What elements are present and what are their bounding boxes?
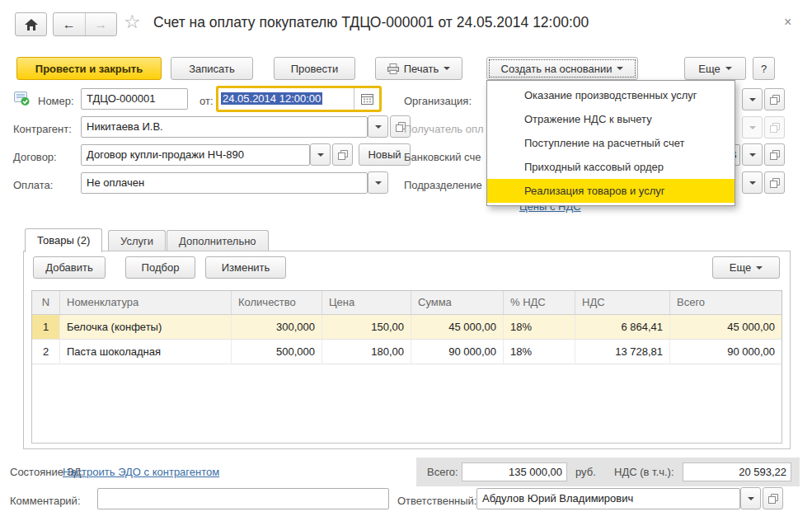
organization-dropdown-arrow-icon	[749, 98, 756, 101]
create-based-on-arrow-icon	[617, 67, 623, 70]
bank-account-dropdown-button[interactable]	[742, 143, 763, 166]
counterparty-field[interactable]: Никитаева И.В.	[81, 116, 368, 138]
department-dropdown-button[interactable]	[742, 171, 763, 194]
organization-dropdown-button[interactable]	[742, 88, 763, 110]
menu-item-bank-receipt[interactable]: Поступление на расчетный счет	[487, 131, 735, 155]
home-icon	[25, 19, 38, 31]
close-icon[interactable]: ×	[784, 15, 791, 30]
table-row-1-quantity[interactable]: 300,000	[232, 315, 322, 340]
payment-dropdown-button[interactable]	[368, 171, 388, 194]
print-button[interactable]: Печать	[375, 57, 462, 80]
page-title: Счет на оплату покупателю ТДЦО-000001 от…	[153, 14, 589, 31]
bank-account-open-icon	[770, 150, 780, 160]
comment-field[interactable]	[97, 488, 389, 509]
save-button[interactable]: Записать	[171, 57, 253, 80]
total-field[interactable]: 135 000,00	[462, 462, 567, 481]
create-based-on-button[interactable]: Создать на основании	[486, 57, 638, 80]
payment-field[interactable]: Не оплачен	[81, 172, 368, 194]
add-row-label: Добавить	[45, 261, 92, 274]
table-row-2-vat[interactable]: 13 728,81	[575, 340, 670, 364]
menu-item-production-services[interactable]: Оказание производственных услуг	[487, 83, 735, 107]
col-header-total[interactable]: Всего	[670, 291, 781, 315]
responsible-open-icon	[768, 494, 778, 504]
payment-dropdown-arrow-icon	[375, 181, 382, 185]
table-row-1-n[interactable]: 1	[32, 315, 60, 340]
pick-label: Подбор	[142, 261, 180, 274]
responsible-label: Ответственный:	[397, 495, 476, 507]
table-row-2-quantity[interactable]: 500,000	[232, 340, 322, 364]
menu-item-goods-services-sale[interactable]: Реализация товаров и услуг	[487, 179, 735, 203]
calendar-button[interactable]	[354, 88, 379, 110]
pick-button[interactable]: Подбор	[125, 256, 195, 279]
help-label: ?	[761, 63, 767, 75]
organization-open-button[interactable]	[764, 88, 785, 110]
payee-dropdown-button[interactable]	[742, 116, 763, 138]
contract-open-button[interactable]	[332, 143, 353, 166]
organization-open-icon	[770, 95, 780, 105]
responsible-open-button[interactable]	[763, 487, 783, 509]
tab-services[interactable]: Услуги	[108, 230, 166, 251]
table-row-2-nomenclature[interactable]: Паста шоколадная	[60, 340, 232, 364]
counterparty-dropdown-button[interactable]	[368, 115, 388, 138]
contract-dropdown-button[interactable]	[310, 143, 331, 166]
col-header-sum[interactable]: Сумма	[411, 291, 504, 315]
col-header-price[interactable]: Цена	[322, 291, 411, 315]
table-row-2-n[interactable]: 2	[32, 340, 60, 364]
table-row-1-vat[interactable]: 6 864,41	[575, 315, 670, 340]
col-header-quantity[interactable]: Количество	[232, 291, 322, 315]
post-and-close-button[interactable]: Провести и закрыть	[16, 57, 162, 80]
department-label: Подразделение	[404, 179, 482, 191]
vat-total-field[interactable]: 20 593,22	[683, 462, 791, 481]
col-header-vat[interactable]: НДС	[575, 291, 670, 315]
responsible-dropdown-button[interactable]	[740, 487, 761, 509]
tab-services-label: Услуги	[120, 235, 153, 247]
payment-label: Оплата:	[13, 179, 53, 191]
table-more-arrow-icon	[756, 266, 763, 270]
menu-item-vat-deduction[interactable]: Отражение НДС к вычету	[487, 107, 735, 131]
bank-account-dropdown-arrow-icon	[749, 153, 756, 157]
contract-field[interactable]: Договор купли-продажи НЧ-890	[81, 144, 310, 166]
toolbar-more-button[interactable]: Еще	[684, 57, 746, 80]
responsible-field[interactable]: Абдулов Юрий Владимирович	[476, 488, 740, 509]
help-button[interactable]: ?	[753, 57, 775, 80]
col-header-nomenclature[interactable]: Номенклатура	[60, 291, 232, 315]
contract-open-icon	[338, 150, 348, 160]
favorite-star-icon[interactable]: ☆	[124, 11, 141, 33]
col-header-vat-percent[interactable]: % НДС	[504, 291, 575, 315]
department-dropdown-arrow-icon	[749, 181, 756, 185]
date-field[interactable]: 24.05.2014 12:00:00	[218, 88, 354, 110]
table-row-2-sum[interactable]: 90 000,00	[411, 340, 504, 364]
table-row-1-total[interactable]: 45 000,00	[670, 315, 781, 340]
forward-button[interactable]: →	[86, 13, 117, 35]
bank-account-label: Банковский сче	[404, 151, 481, 163]
tab-goods[interactable]: Товары (2)	[25, 228, 102, 252]
menu-item-cash-order[interactable]: Приходный кассовый ордер	[487, 155, 735, 179]
table-row-2-vat-percent[interactable]: 18%	[504, 340, 575, 364]
total-label: Всего:	[427, 466, 458, 478]
tab-additional[interactable]: Дополнительно	[167, 230, 269, 251]
table-row-2-total[interactable]: 90 000,00	[670, 340, 781, 364]
counterparty-dropdown-arrow-icon	[375, 125, 382, 129]
home-button[interactable]	[15, 12, 47, 36]
department-open-button[interactable]	[764, 171, 785, 194]
table-row-2-price[interactable]: 180,00	[322, 340, 411, 364]
bank-account-open-button[interactable]	[764, 143, 785, 166]
date-label: от:	[199, 95, 214, 107]
table-row-1-sum[interactable]: 45 000,00	[411, 315, 504, 340]
number-field[interactable]: ТДЦО-000001	[81, 88, 188, 110]
payee-open-icon	[770, 123, 780, 133]
payee-open-button[interactable]	[764, 116, 785, 138]
table-row-1-vat-percent[interactable]: 18%	[504, 315, 575, 340]
back-button[interactable]: ←	[54, 13, 86, 35]
table-row-1-price[interactable]: 150,00	[322, 315, 411, 340]
setup-edo-link[interactable]: Настроить ЭДО с контрагентом	[63, 466, 219, 478]
post-button[interactable]: Провести	[274, 57, 355, 80]
new-contract-button[interactable]: Новый	[359, 143, 411, 166]
col-header-n[interactable]: N	[32, 291, 60, 315]
table-row-1-nomenclature[interactable]: Белочка (конфеты)	[60, 315, 232, 340]
totals-panel: Всего: 135 000,00 руб. НДС (в т.ч.): 20 …	[416, 458, 800, 486]
print-dropdown-arrow-icon	[444, 67, 450, 70]
edit-row-button[interactable]: Изменить	[205, 256, 286, 279]
add-row-button[interactable]: Добавить	[33, 256, 106, 279]
table-more-button[interactable]: Еще	[712, 256, 780, 279]
